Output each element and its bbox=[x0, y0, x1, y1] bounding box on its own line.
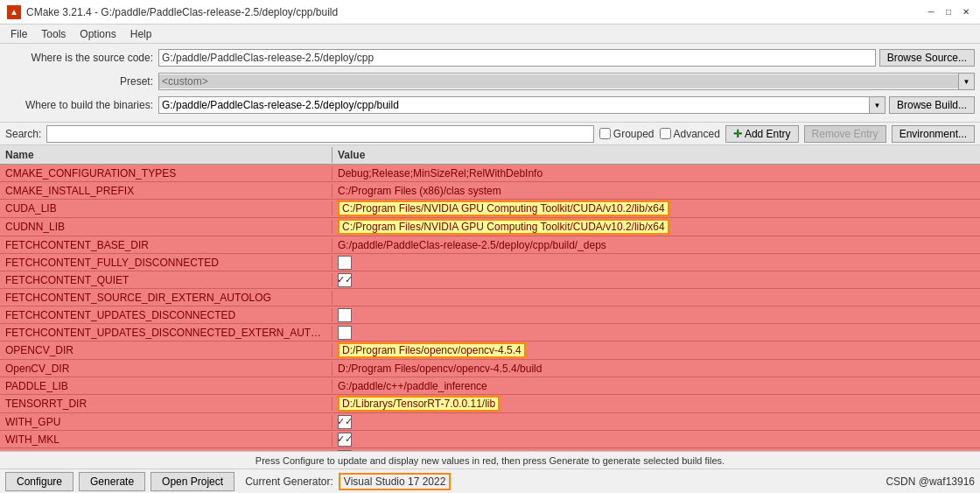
cell-checkbox[interactable]: ✓ bbox=[338, 433, 352, 447]
build-dropdown[interactable]: ▼ bbox=[158, 96, 886, 114]
table-row[interactable]: FETCHCONTENT_QUIET✓ bbox=[0, 271, 980, 289]
cell-name: FETCHCONTENT_FULLY_DISCONNECTED bbox=[0, 256, 332, 270]
maximize-button[interactable]: □ bbox=[942, 5, 956, 19]
cell-value: G:/paddle/c++/paddle_inference bbox=[332, 379, 980, 393]
cell-value: D:/Librarys/TensorRT-7.0.0.11/lib bbox=[332, 395, 980, 412]
cell-checkbox[interactable] bbox=[338, 326, 352, 340]
add-entry-button[interactable]: ✛ Add Entry bbox=[725, 125, 799, 143]
cell-value bbox=[332, 307, 980, 323]
cell-name: WITH_GPU bbox=[0, 415, 332, 429]
col-name-header: Name bbox=[0, 147, 332, 163]
highlighted-value: D:/Librarys/TensorRT-7.0.0.11/lib bbox=[338, 396, 500, 412]
table-row[interactable]: WITH_GPU✓ bbox=[0, 413, 980, 431]
build-row: Where to build the binaries: ▼ Browse Bu… bbox=[5, 95, 975, 116]
add-entry-label: Add Entry bbox=[745, 128, 791, 140]
main-content: Where is the source code: Browse Source.… bbox=[0, 44, 980, 493]
col-value-header: Value bbox=[332, 147, 980, 163]
browse-build-button[interactable]: Browse Build... bbox=[889, 96, 975, 114]
grouped-checkbox[interactable] bbox=[599, 128, 611, 139]
build-input[interactable] bbox=[159, 98, 869, 112]
table-row[interactable]: TENSORRT_DIRD:/Librarys/TensorRT-7.0.0.1… bbox=[0, 395, 980, 413]
highlighted-value: C:/Program Files/NVIDIA GPU Computing To… bbox=[338, 219, 669, 235]
preset-dropdown[interactable]: ▼ bbox=[158, 73, 975, 90]
build-label: Where to build the binaries: bbox=[5, 99, 158, 111]
grouped-checkbox-label[interactable]: Grouped bbox=[599, 128, 654, 140]
cell-checkbox[interactable]: ✓ bbox=[338, 415, 352, 429]
build-arrow-icon[interactable]: ▼ bbox=[869, 97, 885, 113]
cell-value bbox=[332, 255, 980, 271]
search-input[interactable] bbox=[46, 125, 593, 143]
table-row[interactable]: CUDNN_LIBC:/Program Files/NVIDIA GPU Com… bbox=[0, 218, 980, 236]
grouped-label-text: Grouped bbox=[613, 128, 654, 140]
title-text: CMake 3.21.4 - G:/paddle/PaddleClas-rele… bbox=[26, 6, 924, 18]
title-bar: ▲ CMake 3.21.4 - G:/paddle/PaddleClas-re… bbox=[0, 0, 980, 25]
table-row[interactable]: OpenCV_DIRD:/Program Files/opencv/opencv… bbox=[0, 360, 980, 377]
minimize-button[interactable]: ─ bbox=[924, 5, 938, 19]
generator-label: Current Generator: bbox=[245, 475, 333, 488]
menu-help[interactable]: Help bbox=[123, 26, 159, 42]
table-row[interactable]: FETCHCONTENT_FULLY_DISCONNECTED bbox=[0, 254, 980, 271]
cell-value bbox=[332, 297, 980, 299]
cell-name: FETCHCONTENT_BASE_DIR bbox=[0, 238, 332, 252]
table-row[interactable]: OPENCV_DIRD:/Program Files/opencv/opencv… bbox=[0, 342, 980, 360]
cell-name: TENSORRT_DIR bbox=[0, 397, 332, 411]
window-controls: ─ □ ✕ bbox=[924, 5, 973, 19]
status-bar: Press Configure to update and display ne… bbox=[0, 451, 980, 468]
app-icon: ▲ bbox=[7, 5, 21, 19]
environment-button[interactable]: Environment... bbox=[892, 125, 975, 143]
remove-entry-button[interactable]: Remove Entry bbox=[804, 125, 886, 143]
generate-button[interactable]: Generate bbox=[79, 472, 145, 491]
source-input[interactable] bbox=[158, 49, 876, 67]
cell-name: CUDA_LIB bbox=[0, 201, 332, 215]
cell-checkbox[interactable] bbox=[338, 256, 352, 270]
cell-value: C:/Program Files/NVIDIA GPU Computing To… bbox=[332, 200, 980, 217]
cell-name: OpenCV_DIR bbox=[0, 362, 332, 376]
preset-row: Preset: ▼ bbox=[5, 71, 975, 92]
cell-checkbox[interactable] bbox=[338, 308, 352, 322]
table-body[interactable]: CMAKE_CONFIGURATION_TYPESDebug;Release;M… bbox=[0, 165, 980, 451]
table-area: Name Value CMAKE_CONFIGURATION_TYPESDebu… bbox=[0, 145, 980, 451]
menu-tools[interactable]: Tools bbox=[34, 26, 73, 42]
advanced-checkbox[interactable] bbox=[660, 128, 671, 139]
table-row[interactable]: CUDA_LIBC:/Program Files/NVIDIA GPU Comp… bbox=[0, 200, 980, 218]
cell-value bbox=[332, 325, 980, 341]
status-text: Press Configure to update and display ne… bbox=[256, 455, 724, 466]
cell-name: FETCHCONTENT_QUIET bbox=[0, 273, 332, 287]
advanced-checkbox-label[interactable]: Advanced bbox=[660, 128, 720, 140]
cell-checkbox[interactable]: ✓ bbox=[338, 273, 352, 287]
preset-input[interactable] bbox=[159, 74, 958, 88]
source-label: Where is the source code: bbox=[5, 52, 158, 64]
close-button[interactable]: ✕ bbox=[959, 5, 973, 19]
cell-value: D:/Program Files/opencv/opencv-4.5.4/bui… bbox=[332, 362, 980, 376]
table-row[interactable]: FETCHCONTENT_UPDATES_DISCONNECTED_EXTERN… bbox=[0, 324, 980, 342]
cell-value: Debug;Release;MinSizeRel;RelWithDebInfo bbox=[332, 166, 980, 180]
open-project-button[interactable]: Open Project bbox=[150, 472, 234, 491]
cell-name: OPENCV_DIR bbox=[0, 343, 332, 357]
browse-source-button[interactable]: Browse Source... bbox=[879, 49, 975, 67]
cell-name: FETCHCONTENT_UPDATES_DISCONNECTED bbox=[0, 308, 332, 322]
cell-name: CMAKE_CONFIGURATION_TYPES bbox=[0, 166, 332, 180]
cell-name: WITH_MKL bbox=[0, 433, 332, 447]
table-row[interactable]: PADDLE_LIBG:/paddle/c++/paddle_inference bbox=[0, 377, 980, 395]
table-row[interactable]: FETCHCONTENT_BASE_DIRG:/paddle/PaddleCla… bbox=[0, 236, 980, 254]
table-row[interactable]: FETCHCONTENT_SOURCE_DIR_EXTERN_AUTOLOG bbox=[0, 289, 980, 306]
menu-file[interactable]: File bbox=[4, 26, 34, 42]
table-row[interactable]: WITH_MKL✓ bbox=[0, 431, 980, 448]
preset-label: Preset: bbox=[5, 75, 158, 88]
search-row: Search: Grouped Advanced ✛ Add Entry Rem… bbox=[0, 123, 980, 145]
configure-button[interactable]: Configure bbox=[5, 472, 74, 491]
menu-options[interactable]: Options bbox=[73, 26, 122, 42]
cell-name: CMAKE_INSTALL_PREFIX bbox=[0, 184, 332, 198]
preset-arrow-icon[interactable]: ▼ bbox=[958, 74, 974, 89]
cell-value: ✓ bbox=[332, 414, 980, 430]
table-row[interactable]: CMAKE_INSTALL_PREFIXC:/Program Files (x8… bbox=[0, 182, 980, 200]
cell-name: FETCHCONTENT_UPDATES_DISCONNECTED_EXTERN… bbox=[0, 326, 332, 340]
form-area: Where is the source code: Browse Source.… bbox=[0, 44, 980, 123]
advanced-label-text: Advanced bbox=[674, 128, 720, 140]
table-row[interactable]: CMAKE_CONFIGURATION_TYPESDebug;Release;M… bbox=[0, 165, 980, 182]
cell-value: G:/paddle/PaddleClas-release-2.5/deploy/… bbox=[332, 238, 980, 252]
table-row[interactable]: FETCHCONTENT_UPDATES_DISCONNECTED bbox=[0, 306, 980, 324]
cell-value: ✓ bbox=[332, 432, 980, 447]
cell-value: ✓ bbox=[332, 272, 980, 288]
menu-bar: File Tools Options Help bbox=[0, 25, 980, 44]
